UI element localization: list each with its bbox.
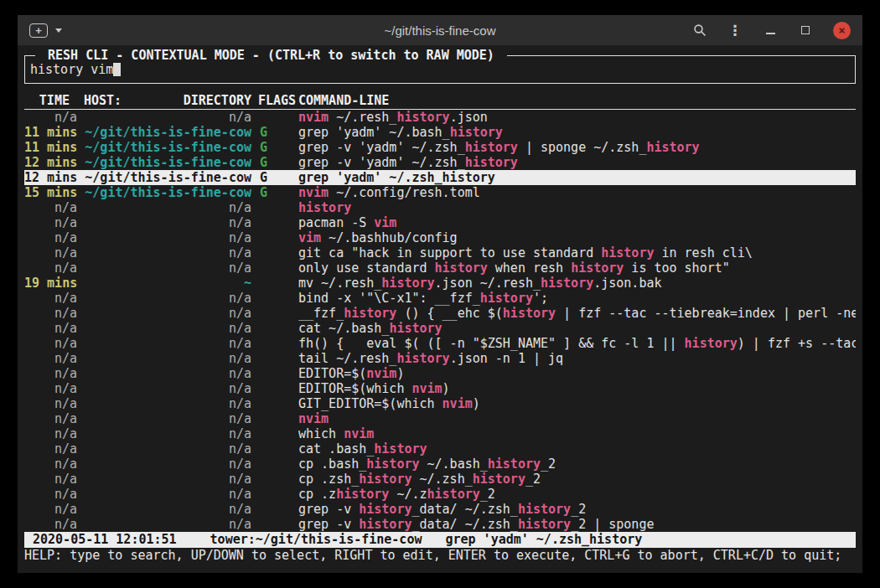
row-time: n/a <box>24 321 77 336</box>
row-command: pacman -S vim <box>298 215 856 230</box>
history-row[interactable]: 12 mins ~/git/this-is-fine-cow G grep 'y… <box>24 170 856 185</box>
row-command: cat .bash_history <box>298 441 856 456</box>
row-host: n/a <box>84 487 251 502</box>
new-tab-button[interactable]: + <box>29 23 48 38</box>
search-box-label: RESH CLI - CONTEXTUAL MODE - (CTRL+R to … <box>35 48 507 63</box>
row-host: n/a <box>84 456 251 472</box>
history-row[interactable]: n/a n/a vim ~/.bashhub/config <box>24 230 856 245</box>
row-host: ~/git/this-is-fine-cow <box>84 140 251 155</box>
history-row[interactable]: 12 mins ~/git/this-is-fine-cow G grep -v… <box>24 155 856 170</box>
row-command: which nvim <box>298 426 856 441</box>
status-bar: 2020-05-11 12:01:51 tower:~/git/this-is-… <box>24 532 856 548</box>
row-command: __fzf_history () { __ehc $(history | fzf… <box>298 306 856 321</box>
row-flags <box>258 230 292 245</box>
history-row[interactable]: n/a n/a grep -v history_data/ ~/.zsh_his… <box>24 502 856 517</box>
terminal-window: + ~/git/this-is-fine-cow ⋮ × RESH CLI - … <box>18 15 862 573</box>
history-row[interactable]: n/a n/a cp .zsh_history ~/.zsh_history_2 <box>24 472 856 487</box>
status-command: grep 'yadm' ~/.zsh_history <box>445 532 642 548</box>
row-time: n/a <box>24 230 77 245</box>
history-row[interactable]: 11 mins ~/git/this-is-fine-cow G grep -v… <box>24 140 856 155</box>
row-flags <box>258 306 292 321</box>
row-flags <box>258 245 292 260</box>
row-time: n/a <box>24 110 77 125</box>
row-command: grep 'yadm' ~/.zsh_history <box>298 170 856 185</box>
minimize-button[interactable] <box>763 23 778 38</box>
history-row[interactable]: n/a n/a bind -x '"\C-x1": __fzf_history'… <box>24 291 856 306</box>
row-command: nvim ~/.config/resh.toml <box>298 185 856 200</box>
chevron-down-icon[interactable] <box>55 28 62 33</box>
row-flags <box>258 260 292 276</box>
close-button[interactable]: × <box>833 22 851 39</box>
history-row[interactable]: n/a n/a pacman -S vim <box>24 215 856 230</box>
row-host: n/a <box>84 351 251 366</box>
history-row[interactable]: n/a n/a cat .bash_history <box>24 441 856 456</box>
restore-icon <box>801 26 810 34</box>
row-command: grep -v 'yadm' ~/.zsh_history | sponge ~… <box>298 140 856 155</box>
titlebar[interactable]: + ~/git/this-is-fine-cow ⋮ × <box>18 15 862 45</box>
row-flags: G <box>258 155 292 170</box>
row-command: history <box>298 200 856 215</box>
row-command: EDITOR=$(which nvim) <box>298 381 856 396</box>
row-host: n/a <box>84 381 251 396</box>
restore-button[interactable] <box>798 23 813 38</box>
history-row[interactable]: n/a n/a cp .zhistory ~/.zhistory_2 <box>24 487 856 502</box>
search-icon[interactable] <box>692 23 707 38</box>
row-flags: G <box>258 185 292 200</box>
row-command: cp .bash_history ~/.bash_history_2 <box>298 456 856 472</box>
row-time: n/a <box>24 456 77 472</box>
row-time: n/a <box>24 472 77 487</box>
row-time: n/a <box>24 396 77 411</box>
history-row[interactable]: n/a n/a git ca "hack in support to use s… <box>24 245 856 260</box>
history-row[interactable]: n/a n/a __fzf_history () { __ehc $(histo… <box>24 306 856 321</box>
history-row[interactable]: n/a n/a EDITOR=$(nvim) <box>24 366 856 381</box>
row-time: n/a <box>24 411 77 426</box>
row-flags <box>258 336 292 351</box>
history-list: n/a n/a nvim ~/.resh_history.json 11 min… <box>24 110 856 532</box>
search-query-text: history vim <box>30 62 113 77</box>
row-time: n/a <box>24 200 77 215</box>
header-time: TIME <box>24 93 77 109</box>
row-command: mv ~/.resh_history.json ~/.resh_history.… <box>298 276 856 291</box>
text-cursor <box>113 63 121 76</box>
history-row[interactable]: n/a n/a fh() { eval $( ([ -n "$ZSH_NAME"… <box>24 336 856 351</box>
row-command: cat ~/.bash_history <box>298 321 856 336</box>
row-time: n/a <box>24 426 77 441</box>
history-row[interactable]: n/a n/a GIT_EDITOR=$(which nvim) <box>24 396 856 411</box>
history-row[interactable]: n/a n/a grep -v history_data/ ~/.zsh_his… <box>24 517 856 532</box>
row-host: n/a <box>84 291 251 306</box>
history-row[interactable]: n/a n/a history <box>24 200 856 215</box>
row-flags <box>258 110 292 125</box>
row-host: n/a <box>84 426 251 441</box>
row-host: n/a <box>84 366 251 381</box>
menu-icon[interactable]: ⋮ <box>727 23 743 38</box>
history-row[interactable]: 11 mins ~/git/this-is-fine-cow G grep 'y… <box>24 125 856 140</box>
history-row[interactable]: n/a n/a cp .bash_history ~/.bash_history… <box>24 456 856 472</box>
row-flags <box>258 411 292 426</box>
row-host: n/a <box>84 200 251 215</box>
row-command: vim ~/.bashhub/config <box>298 230 856 245</box>
row-flags <box>258 200 292 215</box>
row-command: fh() { eval $( ([ -n "$ZSH_NAME" ] && fc… <box>298 336 856 351</box>
row-host: n/a <box>84 306 251 321</box>
status-datetime: 2020-05-11 12:01:51 <box>33 532 177 548</box>
history-row[interactable]: n/a n/a nvim <box>24 411 856 426</box>
history-row[interactable]: n/a n/a only use standard history when r… <box>24 260 856 276</box>
row-flags <box>258 396 292 411</box>
history-row[interactable]: n/a n/a which nvim <box>24 426 856 441</box>
row-command: grep -v 'yadm' ~/.zsh_history <box>298 155 856 170</box>
terminal[interactable]: RESH CLI - CONTEXTUAL MODE - (CTRL+R to … <box>18 45 862 573</box>
row-command: EDITOR=$(nvim) <box>298 366 856 381</box>
row-host: ~/git/this-is-fine-cow <box>84 125 251 140</box>
history-row[interactable]: 19 mins ~ mv ~/.resh_history.json ~/.res… <box>24 276 856 291</box>
history-row[interactable]: n/a n/a tail ~/.resh_history.json -n 1 |… <box>24 351 856 366</box>
row-command: grep -v history_data/ ~/.zsh_history_2 |… <box>298 517 856 532</box>
history-row[interactable]: n/a n/a nvim ~/.resh_history.json <box>24 110 856 125</box>
row-command: nvim ~/.resh_history.json <box>298 110 856 125</box>
history-row[interactable]: n/a n/a cat ~/.bash_history <box>24 321 856 336</box>
history-row[interactable]: 15 mins ~/git/this-is-fine-cow G nvim ~/… <box>24 185 856 200</box>
row-flags: G <box>258 170 292 185</box>
history-row[interactable]: n/a n/a EDITOR=$(which nvim) <box>24 381 856 396</box>
row-host: n/a <box>84 215 251 230</box>
row-flags <box>258 426 292 441</box>
row-time: n/a <box>24 351 77 366</box>
